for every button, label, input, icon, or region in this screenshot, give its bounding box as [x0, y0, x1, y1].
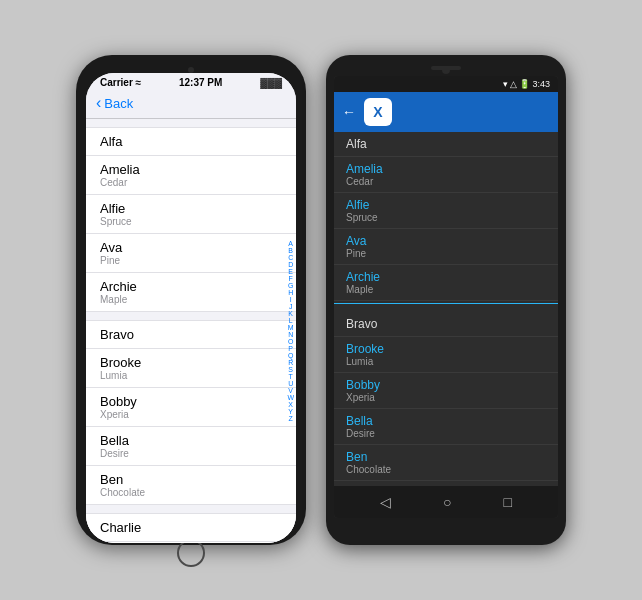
ios-index-letter[interactable]: L	[289, 317, 293, 324]
ios-index-letter[interactable]: O	[288, 338, 293, 345]
ios-item-name: Bella	[100, 433, 282, 448]
android-time: 3:43	[532, 79, 550, 89]
ios-list-item[interactable]: AlfieSpruce	[86, 195, 296, 234]
ios-home-bar	[86, 543, 296, 563]
ios-list-item[interactable]: BrookeLumia	[86, 349, 296, 388]
android-top-bar	[334, 63, 558, 76]
android-battery-icon: 🔋	[519, 79, 530, 89]
android-list-item[interactable]: BrookeLumia	[334, 337, 558, 373]
ios-list-item[interactable]: BellaDesire	[86, 427, 296, 466]
android-back-icon[interactable]: ←	[342, 104, 356, 120]
android-item-sub: Desire	[346, 428, 546, 439]
ios-index-letter[interactable]: B	[288, 247, 293, 254]
ios-item-sub: Desire	[100, 448, 282, 459]
android-item-name: Alfie	[346, 198, 546, 212]
ios-list-item[interactable]: Alfa	[86, 127, 296, 156]
android-section-divider	[334, 303, 558, 304]
ios-notch	[86, 65, 296, 73]
ios-item-name: Amelia	[100, 162, 282, 177]
android-app-icon: X	[364, 98, 392, 126]
android-item-name: Bella	[346, 414, 546, 428]
ios-item-name: Ben	[100, 472, 282, 487]
android-list-item[interactable]: BenChocolate	[334, 445, 558, 481]
ios-index-letter[interactable]: F	[289, 275, 293, 282]
android-item-sub: Maple	[346, 284, 546, 295]
ios-home-button[interactable]	[177, 539, 205, 567]
android-home-btn[interactable]: ○	[443, 494, 451, 510]
android-wifi-icon: ▾	[503, 79, 508, 89]
ios-list-item[interactable]: BobbyXperia	[86, 388, 296, 427]
ios-nav-bar: ‹ Back	[86, 90, 296, 119]
ios-item-name: Brooke	[100, 355, 282, 370]
ios-list[interactable]: AlfaAmeliaCedarAlfieSpruceAvaPineArchieM…	[86, 119, 296, 543]
ios-index-letter[interactable]: M	[288, 324, 294, 331]
ios-index-letter[interactable]: V	[288, 387, 293, 394]
ios-index-letter[interactable]: P	[288, 345, 293, 352]
ios-battery: ▓▓▓	[260, 77, 282, 88]
android-phone: ▾ △ 🔋 3:43 ← X AlfaAmeliaCedarAlfieSpruc…	[326, 55, 566, 545]
ios-index-letter[interactable]: U	[288, 380, 293, 387]
android-list-item[interactable]: Alfa	[334, 132, 558, 157]
ios-list-item[interactable]: AmeliaCedar	[86, 156, 296, 195]
ios-index-letter[interactable]: D	[288, 261, 293, 268]
ios-screen: Carrier ≈ 12:37 PM ▓▓▓ ‹ Back AlfaAmelia…	[86, 73, 296, 543]
android-item-name: Alfa	[346, 137, 546, 151]
ios-index-letter[interactable]: I	[290, 296, 292, 303]
ios-index-letter[interactable]: W	[287, 394, 294, 401]
ios-index-letter[interactable]: Y	[288, 408, 293, 415]
ios-index-letter[interactable]: R	[288, 359, 293, 366]
ios-item-name: Ava	[100, 240, 282, 255]
ios-index-letter[interactable]: J	[289, 303, 293, 310]
android-back-btn[interactable]: ◁	[380, 494, 391, 510]
ios-index-letter[interactable]: T	[289, 373, 293, 380]
android-list-item[interactable]: AlfieSpruce	[334, 193, 558, 229]
ios-index[interactable]: ABCDEFGHIJKLMNOPQRSTUVWXYZ	[287, 240, 294, 422]
ios-item-sub: Chocolate	[100, 487, 282, 498]
ios-index-letter[interactable]: C	[288, 254, 293, 261]
ios-list-item[interactable]: ChloeBrighton	[86, 542, 296, 543]
ios-index-letter[interactable]: X	[288, 401, 293, 408]
ios-list-item[interactable]: Bravo	[86, 320, 296, 349]
ios-time: 12:37 PM	[179, 77, 222, 88]
ios-item-sub: Cedar	[100, 177, 282, 188]
android-list[interactable]: AlfaAmeliaCedarAlfieSpruceAvaPineArchieM…	[334, 132, 558, 486]
ios-index-letter[interactable]: N	[288, 331, 293, 338]
ios-list-item[interactable]: Charlie	[86, 513, 296, 542]
ios-back-label: Back	[104, 96, 133, 111]
android-list-item[interactable]: BobbyXperia	[334, 373, 558, 409]
ios-list-item[interactable]: ArchieMaple	[86, 273, 296, 312]
android-list-item[interactable]: BellaDesire	[334, 409, 558, 445]
ios-item-name: Charlie	[100, 520, 282, 535]
ios-index-letter[interactable]: K	[288, 310, 293, 317]
ios-index-letter[interactable]: G	[288, 282, 293, 289]
android-top-nav: ← X	[334, 92, 558, 132]
android-list-item[interactable]: AmeliaCedar	[334, 157, 558, 193]
ios-back-button[interactable]: ‹ Back	[96, 94, 133, 112]
ios-index-letter[interactable]: S	[288, 366, 293, 373]
ios-index-letter[interactable]: A	[288, 240, 293, 247]
ios-item-name: Alfie	[100, 201, 282, 216]
ios-item-name: Bobby	[100, 394, 282, 409]
ios-item-name: Archie	[100, 279, 282, 294]
ios-index-letter[interactable]: Q	[288, 352, 293, 359]
scene: Carrier ≈ 12:37 PM ▓▓▓ ‹ Back AlfaAmelia…	[66, 45, 576, 555]
ios-status-bar: Carrier ≈ 12:37 PM ▓▓▓	[86, 73, 296, 90]
android-item-name: Ben	[346, 450, 546, 464]
android-item-sub: Lumia	[346, 356, 546, 367]
ios-list-item[interactable]: BenChocolate	[86, 466, 296, 505]
android-speaker	[431, 66, 461, 70]
ios-phone: Carrier ≈ 12:37 PM ▓▓▓ ‹ Back AlfaAmelia…	[76, 55, 306, 545]
ios-item-sub: Pine	[100, 255, 282, 266]
android-list-item[interactable]: Bravo	[334, 312, 558, 337]
android-list-item[interactable]: AvaPine	[334, 229, 558, 265]
ios-back-chevron: ‹	[96, 94, 101, 112]
ios-index-letter[interactable]: Z	[289, 415, 293, 422]
android-list-item[interactable]: ArchieMaple	[334, 265, 558, 301]
ios-list-item[interactable]: AvaPine	[86, 234, 296, 273]
ios-index-letter[interactable]: E	[288, 268, 293, 275]
android-item-name: Brooke	[346, 342, 546, 356]
android-recents-btn[interactable]: □	[504, 494, 512, 510]
android-item-name: Bravo	[346, 317, 546, 331]
ios-item-name: Alfa	[100, 134, 282, 149]
ios-index-letter[interactable]: H	[288, 289, 293, 296]
